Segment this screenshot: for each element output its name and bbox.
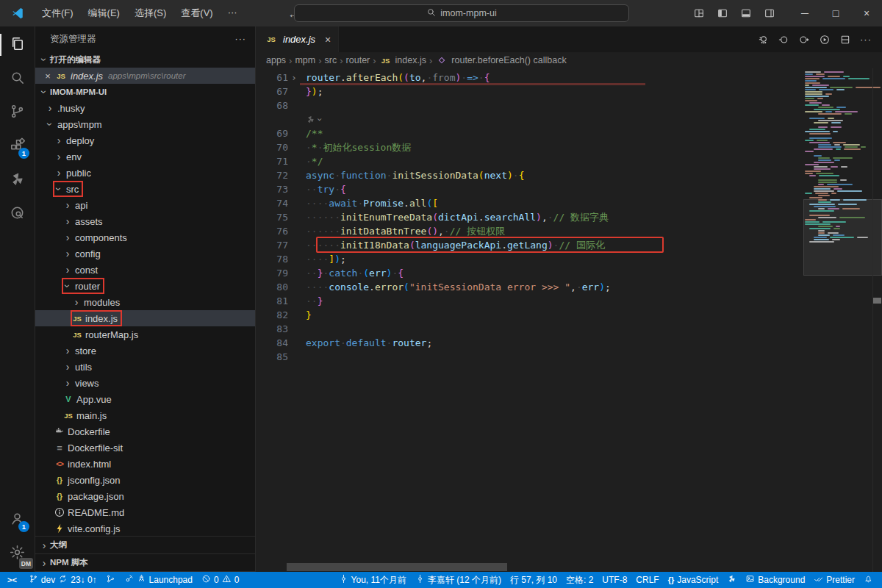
status-formatter[interactable]: Prettier <box>809 572 859 588</box>
menu-item-4[interactable]: ··· <box>221 4 244 22</box>
tree-item-deploy[interactable]: ›deploy <box>35 132 255 148</box>
tree-item-index.html[interactable]: <>index.html <box>35 456 255 472</box>
breadcrumb-item-5[interactable]: router.beforeEach() callback <box>435 55 566 65</box>
status-problems[interactable]: 00 <box>197 572 243 588</box>
status-git-branch[interactable]: dev23↓ 0↑ <box>24 572 101 588</box>
customize-layout-button[interactable] <box>689 4 709 23</box>
tree-item-components[interactable]: ›components <box>35 229 255 245</box>
status-background-task[interactable]: Background <box>741 572 809 588</box>
code-line-80[interactable]: 80····console.error("initSessionData err… <box>256 280 882 294</box>
close-icon[interactable]: × <box>41 71 54 82</box>
line-number[interactable]: 76 <box>256 224 288 238</box>
tree-item-App.vue[interactable]: VApp.vue <box>35 391 255 407</box>
status-cursor-position[interactable]: 行 57, 列 10 <box>506 572 562 588</box>
run-button[interactable] <box>816 31 833 49</box>
split-editor-button[interactable] <box>836 31 854 49</box>
line-number[interactable]: 81 <box>256 294 288 308</box>
tree-item-assets[interactable]: ›assets <box>35 213 255 229</box>
tree-item-Dockerfile-sit[interactable]: ≡Dockerfile-sit <box>35 440 255 456</box>
minimize-button[interactable]: ─ <box>789 0 820 26</box>
line-number[interactable]: 84 <box>256 336 288 350</box>
line-number[interactable]: 78 <box>256 252 288 266</box>
toggle-secondary-sidebar-button[interactable] <box>760 4 779 23</box>
code-line-84[interactable]: 84export·default·router; <box>256 336 882 350</box>
tree-item-config[interactable]: ›config <box>35 245 255 262</box>
close-button[interactable]: × <box>851 0 882 26</box>
code-line-71[interactable]: 71·*/ <box>256 154 882 168</box>
open-editor-item[interactable]: × JS index.js apps\mpm\src\router <box>35 68 255 84</box>
code-editor[interactable]: 61›router.afterEach((to,·from)·=>·{67});… <box>256 68 882 572</box>
breadcrumb-item-1[interactable]: mpm <box>295 55 315 65</box>
line-number[interactable]: 77 <box>256 238 288 252</box>
fold-chevron-icon[interactable]: › <box>291 71 297 85</box>
line-number[interactable]: 80 <box>256 280 288 294</box>
tree-item-const[interactable]: ›const <box>35 262 255 278</box>
status-indentation[interactable]: 空格: 2 <box>562 572 598 588</box>
minimap[interactable] <box>803 68 872 562</box>
line-number[interactable]: 79 <box>256 266 288 280</box>
tree-item-vite.config.js[interactable]: vite.config.js <box>35 520 255 536</box>
tree-item-api[interactable]: ›api <box>35 197 255 213</box>
status-blame-you[interactable]: You, 11个月前 <box>334 572 411 588</box>
activitybar-api-client-extension[interactable] <box>0 197 35 231</box>
circle-prev-button[interactable] <box>775 31 792 49</box>
command-center-search[interactable]: imom-mpm-ui <box>294 4 629 22</box>
activitybar-settings[interactable]: DM <box>0 537 35 570</box>
line-number[interactable]: 73 <box>256 182 288 196</box>
status-notifications[interactable] <box>859 572 878 588</box>
status-launchpad[interactable]: Launchpad <box>120 572 197 588</box>
code-line-72[interactable]: 72async·function·initSessionData(next)·{ <box>256 168 882 182</box>
tree-item-views[interactable]: ›views <box>35 375 255 391</box>
workspace-root-header[interactable]: › IMOM-MPM-UI <box>35 84 255 100</box>
line-number[interactable]: 61 <box>256 71 288 85</box>
toggle-panel-button[interactable] <box>736 4 756 23</box>
code-line-61[interactable]: 61›router.afterEach((to,·from)·=>·{ <box>256 71 882 85</box>
status-encoding[interactable]: UTF-8 <box>598 572 631 588</box>
code-line-77[interactable]: 77······initI18nData(languagePackApi.get… <box>256 238 882 252</box>
activitybar-extensions[interactable]: 1 <box>0 129 35 163</box>
npm-scripts-section-header[interactable]: › NPM 脚本 <box>35 554 255 572</box>
code-line-81[interactable]: 81··} <box>256 294 882 308</box>
code-line-69[interactable]: 69/** <box>256 126 882 140</box>
open-editors-header[interactable]: › 打开的编辑器 <box>35 51 255 68</box>
code-line-70[interactable]: 70·*·初始化session数据 <box>256 140 882 154</box>
tree-item-router[interactable]: ›router <box>35 278 255 294</box>
code-line-85[interactable]: 85 <box>256 350 882 364</box>
horizontal-scrollbar[interactable] <box>287 563 507 571</box>
menu-item-1[interactable]: 编辑(E) <box>82 4 126 22</box>
breadcrumb-item-0[interactable]: apps <box>266 55 286 65</box>
status-blame-author[interactable]: 李嘉轩 (12 个月前) <box>411 572 506 588</box>
code-line-74[interactable]: 74····await·Promise.all([ <box>256 196 882 210</box>
code-line-67[interactable]: 67}); <box>256 85 882 98</box>
ai-extension-inline-icon[interactable]: › <box>306 112 322 126</box>
circle-next-button[interactable] <box>795 31 813 49</box>
status-remote[interactable]: >< <box>0 572 24 588</box>
tree-item-src[interactable]: ›src <box>35 181 255 197</box>
line-number[interactable]: 75 <box>256 210 288 224</box>
toggle-primary-sidebar-button[interactable] <box>713 4 732 23</box>
tree-item-modules[interactable]: ›modules <box>35 294 255 310</box>
tree-item-public[interactable]: ›public <box>35 165 255 181</box>
menu-item-3[interactable]: 查看(V) <box>174 4 219 22</box>
breadcrumb-item-3[interactable]: router <box>346 55 370 65</box>
code-line-68[interactable]: 68 <box>256 98 882 112</box>
ai-launch-button[interactable] <box>754 31 772 49</box>
activitybar-accounts[interactable]: 1 <box>0 503 35 537</box>
tab-close-icon[interactable]: × <box>325 34 331 46</box>
line-number[interactable]: 85 <box>256 350 288 364</box>
line-number[interactable]: 72 <box>256 168 288 182</box>
activitybar-search[interactable] <box>0 62 35 96</box>
line-number[interactable]: 68 <box>256 98 288 112</box>
code-line-83[interactable]: 83 <box>256 322 882 336</box>
tree-item-main.js[interactable]: JSmain.js <box>35 407 255 423</box>
line-number[interactable]: 71 <box>256 154 288 168</box>
tree-item-routerMap.js[interactable]: JSrouterMap.js <box>35 326 255 343</box>
line-number[interactable]: 67 <box>256 85 288 98</box>
more-button[interactable]: ··· <box>857 31 875 49</box>
tree-item-package.json[interactable]: {}package.json <box>35 488 255 504</box>
activitybar-ai-extension[interactable] <box>0 163 35 197</box>
sidebar-more-actions-button[interactable]: ··· <box>235 34 247 44</box>
activitybar-source-control[interactable] <box>0 96 35 129</box>
tree-item-Dockerfile[interactable]: Dockerfile <box>35 423 255 440</box>
activitybar-explorer[interactable] <box>0 28 35 62</box>
